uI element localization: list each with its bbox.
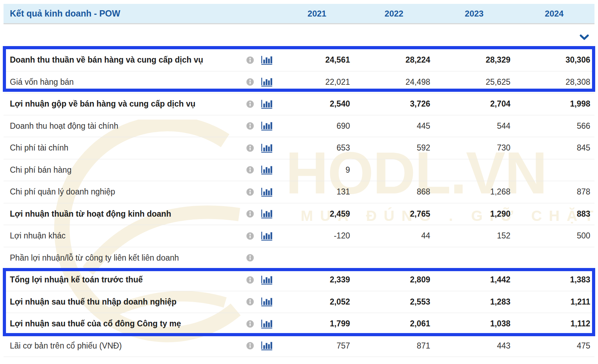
- info-icon[interactable]: [243, 144, 257, 152]
- table-row: Lợi nhuận sau thuế thu nhập doanh nghiệp: [4, 291, 594, 313]
- value-2022: 28,224: [350, 55, 430, 65]
- table-row: Lợi nhuận thuần từ hoạt động kinh doanh: [4, 203, 594, 225]
- value-2023: 1,442: [430, 275, 510, 285]
- row-label: Lợi nhuận thuần từ hoạt động kinh doanh: [4, 209, 243, 219]
- value-2024: 1,383: [510, 275, 590, 285]
- value-2023: 1,283: [430, 297, 510, 307]
- bar-chart-icon[interactable]: [257, 231, 276, 241]
- info-icon[interactable]: [243, 210, 257, 218]
- value-2021: 653: [276, 143, 350, 153]
- row-label: Lãi cơ bản trên cổ phiếu (VNĐ): [4, 341, 243, 351]
- year-column-2022: 2022: [354, 9, 434, 19]
- info-icon[interactable]: [243, 56, 257, 64]
- row-label: Chi phí tài chính: [4, 143, 243, 153]
- value-2023: 28,329: [430, 55, 510, 65]
- value-2024: 883: [510, 209, 590, 219]
- year-column-2023: 2023: [434, 9, 514, 19]
- row-label: Chi phí bán hàng: [4, 165, 243, 175]
- value-2024: 30,306: [510, 55, 590, 65]
- value-2022: 3,726: [350, 99, 430, 109]
- value-2024: 500: [510, 231, 590, 241]
- info-icon[interactable]: [243, 122, 257, 130]
- bar-chart-icon[interactable]: [257, 165, 276, 174]
- bar-chart-icon[interactable]: [257, 143, 276, 153]
- bar-chart-icon[interactable]: [257, 341, 276, 350]
- value-2021: 22,021: [276, 77, 350, 87]
- table-body: Doanh thu thuần về bán hàng và cung cấp …: [4, 49, 594, 357]
- table-row: Tổng lợi nhuận kế toán trước thuế 2,3: [4, 269, 594, 291]
- year-column-2024: 2024: [514, 9, 594, 19]
- value-2022: 2,553: [350, 297, 430, 307]
- value-2023: 544: [430, 121, 510, 131]
- value-2022: 2,061: [350, 319, 430, 328]
- value-2023: 1,038: [430, 319, 510, 328]
- row-label: Lợi nhuận khác: [4, 231, 243, 241]
- chevron-down-icon[interactable]: [580, 34, 589, 40]
- bar-chart-icon[interactable]: [257, 319, 276, 328]
- table-row: Lợi nhuận gộp về bán hàng và cung cấp dị…: [4, 93, 594, 115]
- info-icon[interactable]: [243, 100, 257, 108]
- info-icon[interactable]: [243, 342, 257, 350]
- value-2022: 871: [350, 341, 430, 351]
- value-2021: 24,561: [276, 55, 350, 65]
- financial-results-panel: HODL.VN MUA ĐÚNG . GIỮ CHẶT Kết quả kinh…: [0, 0, 598, 364]
- row-label: Tổng lợi nhuận kế toán trước thuế: [4, 275, 243, 285]
- value-2023: 1,290: [430, 209, 510, 219]
- table-row: Giá vốn hàng bán 22,021 24,498: [4, 71, 594, 94]
- info-icon[interactable]: [243, 298, 257, 306]
- bar-chart-icon[interactable]: [257, 297, 276, 306]
- table-row: Chi phí quản lý doanh nghiệp 131: [4, 181, 594, 203]
- value-2024: 475: [510, 341, 590, 351]
- value-2021: 2,052: [276, 297, 350, 307]
- value-2021: 690: [276, 121, 350, 131]
- bar-chart-icon[interactable]: [257, 100, 276, 109]
- value-2022: 2,765: [350, 209, 430, 219]
- bar-chart-icon[interactable]: [257, 187, 276, 197]
- value-2022: 445: [350, 121, 430, 131]
- value-2021: 131: [276, 187, 350, 197]
- row-label: Lợi nhuận sau thuế thu nhập doanh nghiệp: [4, 297, 243, 307]
- table-row: Lãi cơ bản trên cổ phiếu (VNĐ) 757: [4, 335, 594, 357]
- value-2024: 28,308: [510, 77, 590, 87]
- row-label: Lợi nhuận sau thuế của cổ đông Công ty m…: [4, 319, 243, 328]
- info-icon[interactable]: [243, 188, 257, 196]
- info-icon[interactable]: [243, 320, 257, 328]
- value-2024: 1,211: [510, 297, 590, 307]
- row-label: Phần lợi nhuận/lỗ từ công ty liên kết li…: [4, 253, 243, 263]
- row-label: Chi phí quản lý doanh nghiệp: [4, 187, 243, 197]
- value-2022: 2,809: [350, 275, 430, 285]
- collapse-row: [4, 25, 594, 49]
- table-row: Doanh thu thuần về bán hàng và cung cấp …: [4, 49, 594, 71]
- value-2023: 443: [430, 341, 510, 351]
- value-2023: 25,625: [430, 77, 510, 87]
- bar-chart-icon[interactable]: [257, 121, 276, 130]
- table-row: Chi phí bán hàng 9: [4, 159, 594, 181]
- info-icon[interactable]: [243, 166, 257, 174]
- value-2021: 2,540: [276, 99, 350, 109]
- info-icon[interactable]: [243, 78, 257, 86]
- table-row: Phần lợi nhuận/lỗ từ công ty liên kết li…: [4, 247, 594, 269]
- value-2021: 757: [276, 341, 350, 351]
- info-icon[interactable]: [243, 232, 257, 240]
- year-column-2021: 2021: [280, 9, 354, 19]
- value-2023: 152: [430, 231, 510, 241]
- value-2024: 845: [510, 143, 590, 153]
- value-2021: 2,339: [276, 275, 350, 285]
- value-2022: 44: [350, 231, 430, 241]
- info-icon[interactable]: [243, 254, 257, 262]
- bar-chart-icon[interactable]: [257, 209, 276, 218]
- page-title: Kết quả kinh doanh - POW: [4, 8, 276, 19]
- value-2021: 2,459: [276, 209, 350, 219]
- bar-chart-icon[interactable]: [257, 56, 276, 65]
- value-2024: 1,998: [510, 99, 590, 109]
- info-icon[interactable]: [243, 276, 257, 284]
- value-2021: 1,799: [276, 319, 350, 328]
- value-2022: 24,498: [350, 77, 430, 87]
- table-row: Doanh thu hoạt động tài chính 690: [4, 115, 594, 138]
- value-2023: 730: [430, 143, 510, 153]
- bar-chart-icon[interactable]: [257, 275, 276, 285]
- row-label: Doanh thu thuần về bán hàng và cung cấp …: [4, 55, 243, 65]
- value-2023: 1,268: [430, 187, 510, 197]
- bar-chart-icon[interactable]: [257, 77, 276, 87]
- value-2024: 1,112: [510, 319, 590, 328]
